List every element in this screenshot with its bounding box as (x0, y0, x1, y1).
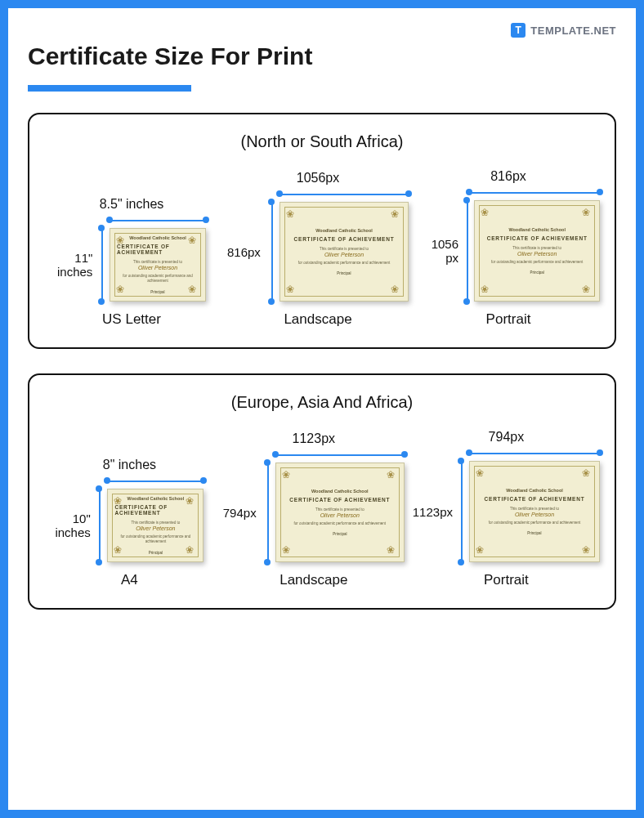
size-panel: (North or South Africa) 8.5" inches 11" … (28, 113, 616, 349)
ornament-icon: ❀ (186, 495, 197, 507)
cert-signer: Principal (530, 270, 544, 275)
cert-signer: Principal (333, 532, 347, 536)
cert-school: Woodland Catholic School (311, 489, 369, 494)
ornament-icon: ❀ (582, 467, 593, 479)
height-dimension: 10" inches (55, 489, 94, 562)
ornament-icon: ❀ (481, 284, 492, 295)
cert-name: Oliver Peterson (324, 252, 364, 257)
certificate-group: 1123px 794px ❀ ❀ ❀ ❀ Woodland Catholic S… (223, 431, 405, 588)
width-dimension: 1056px (297, 171, 340, 186)
cert-body: for outstanding academic performance and… (489, 521, 580, 525)
cert-name: Oliver Peterson (320, 512, 360, 518)
cert-school: Woodland Catholic School (315, 228, 373, 233)
certificate-row: 8" inches 10" inches ❀ ❀ ❀ ❀ Woodland Ca… (44, 430, 600, 588)
dimension-bracket-left (262, 463, 274, 562)
cert-presented: This certificate is presented to (133, 260, 182, 265)
cert-name: Oliver Peterson (515, 512, 554, 517)
ornament-icon: ❀ (476, 467, 487, 479)
dimension-bracket-top (275, 449, 405, 461)
cert-presented: This certificate is presented to (132, 521, 181, 525)
certificate-group: 8" inches 10" inches ❀ ❀ ❀ ❀ Woodland Ca… (44, 458, 215, 588)
cert-signer: Principal (149, 551, 163, 555)
ornament-icon: ❀ (114, 495, 125, 507)
certificate-caption: A4 (121, 572, 138, 588)
ornament-icon: ❀ (116, 235, 127, 246)
width-dimension: 816px (490, 169, 526, 184)
ornament-icon: ❀ (481, 207, 492, 218)
ornament-icon: ❀ (476, 544, 487, 556)
header: T TEMPLATE.NET (28, 23, 616, 38)
ornament-icon: ❀ (286, 284, 297, 295)
certificate-thumbnail: ❀ ❀ ❀ ❀ Woodland Catholic School CERTIFI… (474, 200, 600, 302)
ornament-icon: ❀ (282, 469, 293, 481)
brand-name: TEMPLATE.NET (530, 25, 616, 37)
accent-bar (28, 85, 191, 92)
ornament-icon: ❀ (286, 208, 297, 220)
cert-body: for outstanding academic performance and… (114, 534, 196, 544)
height-dimension: 1056 px (417, 200, 462, 302)
cert-body: for outstanding academic performance and… (298, 261, 390, 266)
ornament-icon: ❀ (116, 284, 127, 295)
cert-presented: This certificate is presented to (320, 247, 369, 252)
ornament-icon: ❀ (188, 235, 199, 246)
panel-region: (Europe, Asia And Africa) (44, 393, 600, 412)
dimension-bracket-top (280, 189, 409, 200)
certificate-group: 1056px 816px ❀ ❀ ❀ ❀ Woodland Catholic S… (227, 171, 409, 328)
width-dimension: 8" inches (103, 458, 156, 472)
dimension-bracket-left (96, 228, 108, 302)
certificate-thumbnail: ❀ ❀ ❀ ❀ Woodland Catholic School CERTIFI… (469, 461, 600, 562)
height-dimension: 816px (227, 202, 266, 302)
certificate-group: 794px 1123px ❀ ❀ ❀ ❀ Woodland Catholic S… (413, 430, 600, 588)
dimension-bracket-top (469, 448, 600, 459)
ornament-icon: ❀ (114, 544, 125, 556)
certificate-caption: Landscape (284, 311, 351, 328)
cert-body: for outstanding academic performance and… (491, 260, 583, 265)
cert-school: Woodland Catholic School (127, 496, 185, 501)
cert-signer: Principal (150, 290, 164, 294)
cert-heading: CERTIFICATE OF ACHIEVEMENT (114, 504, 196, 516)
ornament-icon: ❀ (188, 284, 199, 295)
dimension-bracket-top (469, 187, 600, 199)
ornament-icon: ❀ (387, 544, 398, 556)
dimension-bracket-left (456, 461, 467, 562)
certificate-group: 816px 1056 px ❀ ❀ ❀ ❀ Woodland Catholic … (417, 169, 600, 328)
ornament-icon: ❀ (186, 544, 197, 556)
cert-name: Oliver Peterson (138, 265, 177, 270)
ornament-icon: ❀ (282, 544, 293, 556)
cert-heading: CERTIFICATE OF ACHIEVEMENT (294, 236, 395, 242)
cert-heading: CERTIFICATE OF ACHIEVEMENT (487, 235, 588, 241)
cert-school: Woodland Catholic School (129, 235, 186, 240)
size-panel: (Europe, Asia And Africa) 8" inches 10" … (28, 373, 616, 610)
width-dimension: 1123px (293, 431, 336, 446)
cert-body: for outstanding academic performance and… (294, 521, 386, 526)
dimension-bracket-top (107, 476, 203, 487)
certificate-thumbnail: ❀ ❀ ❀ ❀ Woodland Catholic School CERTIFI… (107, 489, 203, 562)
cert-signer: Principal (337, 271, 351, 275)
height-dimension: 1123px (413, 461, 456, 562)
cert-name: Oliver Peterson (517, 251, 557, 257)
certificate-caption: Portrait (486, 311, 531, 328)
width-dimension: 8.5" inches (100, 197, 164, 212)
page-title: Certificate Size For Print (28, 42, 616, 70)
cert-signer: Principal (527, 531, 541, 535)
width-dimension: 794px (489, 430, 525, 445)
certificate-thumbnail: ❀ ❀ ❀ ❀ Woodland Catholic School CERTIFI… (280, 202, 409, 302)
ornament-icon: ❀ (582, 284, 593, 295)
dimension-bracket-left (94, 489, 105, 562)
cert-presented: This certificate is presented to (512, 246, 561, 251)
cert-heading: CERTIFICATE OF ACHIEVEMENT (289, 497, 390, 503)
cert-name: Oliver Peterson (136, 525, 175, 531)
cert-presented: This certificate is presented to (315, 507, 364, 512)
dimension-bracket-top (110, 215, 206, 226)
brand-logo: T TEMPLATE.NET (511, 23, 616, 38)
cert-body: for outstanding academic performance and… (117, 274, 199, 284)
ornament-icon: ❀ (391, 284, 402, 295)
cert-heading: CERTIFICATE OF ACHIEVEMENT (485, 496, 585, 502)
cert-school: Woodland Catholic School (508, 227, 566, 232)
height-dimension: 11" inches (57, 228, 96, 302)
cert-heading: CERTIFICATE OF ACHIEVEMENT (117, 244, 199, 255)
ornament-icon: ❀ (387, 469, 398, 481)
brand-icon: T (511, 23, 525, 38)
ornament-icon: ❀ (582, 207, 593, 218)
panel-region: (North or South Africa) (44, 132, 600, 151)
